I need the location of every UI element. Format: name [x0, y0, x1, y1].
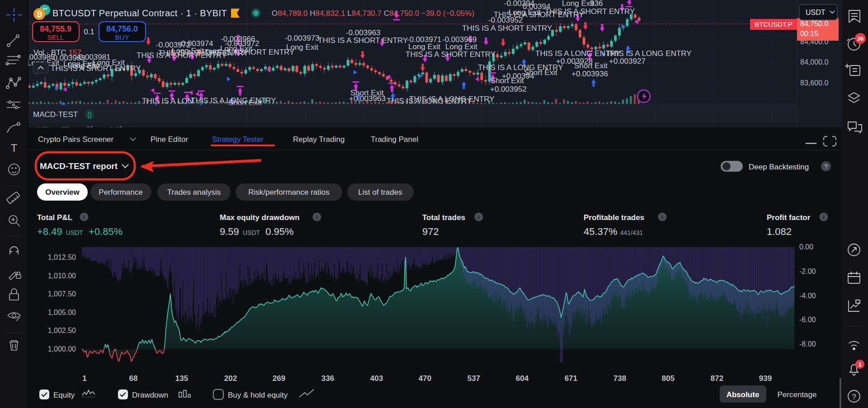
svg-text:SELL: SELL: [47, 33, 64, 41]
svg-text:68: 68: [129, 374, 138, 383]
svg-text:O84,789.0 H84,832.1 L84,730.: O84,789.0 H84,832.1 L84,730.7 C84,750.0 …: [272, 9, 474, 18]
svg-text:THIS IS A SHORT ENTRY: THIS IS A SHORT ENTRY: [204, 48, 294, 56]
svg-text:List of trades: List of trades: [358, 188, 402, 197]
svg-text:Max equity drawdown: Max equity drawdown: [220, 213, 300, 222]
svg-text:202: 202: [224, 374, 237, 383]
svg-text:i: i: [478, 214, 480, 220]
svg-text:805: 805: [662, 374, 675, 383]
svg-text:THIS IS A SHORT ENTRY: THIS IS A SHORT ENTRY: [462, 24, 552, 33]
svg-text:MACD-TEST: MACD-TEST: [33, 110, 78, 119]
svg-text:Crypto Pairs Screener: Crypto Pairs Screener: [38, 135, 114, 144]
svg-text:-2.00: -2.00: [799, 267, 816, 275]
svg-text:1.082: 1.082: [767, 226, 792, 237]
svg-text:-0.003963: -0.003963: [346, 28, 381, 37]
svg-text:₿: ₿: [36, 10, 42, 18]
svg-text:0.1: 0.1: [84, 28, 94, 36]
svg-text:Strategy Tester: Strategy Tester: [212, 135, 264, 144]
svg-text:Trades analysis: Trades analysis: [167, 188, 221, 197]
svg-text:Long Exit: Long Exit: [562, 0, 594, 8]
svg-text:+0.003952: +0.003952: [490, 85, 527, 94]
svg-text:403: 403: [370, 374, 383, 383]
svg-text:00:15: 00:15: [800, 30, 818, 38]
svg-text:+0.003936: +0.003936: [571, 70, 608, 78]
svg-text:Profit factor: Profit factor: [767, 213, 811, 222]
svg-text:1,012.50: 1,012.50: [48, 253, 76, 261]
svg-text:Vol · BTC 157: Vol · BTC 157: [33, 48, 81, 57]
svg-text:Short Exit: Short Exit: [574, 61, 608, 70]
svg-text:135: 135: [175, 374, 188, 383]
svg-text:BTCUSDT.P: BTCUSDT.P: [755, 20, 792, 28]
svg-text:1,000.00: 1,000.00: [48, 345, 76, 353]
svg-text:336: 336: [321, 374, 334, 383]
svg-text:BUY: BUY: [115, 33, 129, 41]
svg-text:THIS IS A SHORT ENTRY: THIS IS A SHORT ENTRY: [406, 50, 495, 59]
svg-text:i: i: [661, 214, 663, 220]
svg-text:Risk/performance ratios: Risk/performance ratios: [248, 188, 330, 197]
svg-text:i: i: [316, 214, 318, 220]
svg-text:THIS IS A SHORT ENTRY: THIS IS A SHORT ENTRY: [318, 36, 408, 45]
svg-text:i: i: [83, 214, 85, 220]
svg-text:-8.00: -8.00: [799, 340, 816, 348]
svg-text:872: 872: [711, 374, 723, 383]
svg-text:1,005.00: 1,005.00: [48, 309, 76, 316]
svg-text:Profitable trades: Profitable trades: [584, 213, 644, 222]
svg-text:269: 269: [273, 374, 285, 383]
svg-text:?: ?: [852, 393, 856, 401]
svg-text:1,007.50: 1,007.50: [48, 290, 76, 298]
svg-text:Deep Backtesting: Deep Backtesting: [749, 163, 809, 171]
svg-text:Buy & hold equity: Buy & hold equity: [228, 391, 288, 399]
svg-text:-0.003973: -0.003973: [285, 34, 320, 42]
svg-text:Performance: Performance: [99, 188, 142, 197]
svg-text:1: 1: [858, 361, 861, 368]
svg-text:83,600.0: 83,600.0: [800, 79, 828, 87]
svg-text:0.00: 0.00: [799, 243, 813, 251]
svg-text:MACD-TEST report: MACD-TEST report: [40, 161, 118, 171]
svg-text:Absolute: Absolute: [726, 390, 760, 399]
svg-text:84,000.0: 84,000.0: [800, 58, 828, 66]
svg-text:?: ?: [824, 163, 828, 170]
svg-text:-4.00: -4.00: [799, 292, 816, 300]
svg-text:USDT: USDT: [806, 9, 826, 16]
svg-text:939: 939: [759, 374, 772, 383]
svg-text:i: i: [823, 214, 825, 220]
svg-text:Percentage: Percentage: [778, 390, 817, 399]
svg-text:{}: {}: [87, 111, 92, 118]
svg-text:+0.003927: +0.003927: [609, 57, 646, 66]
svg-text:Total trades: Total trades: [422, 213, 465, 222]
svg-text:537: 537: [467, 374, 480, 383]
svg-text:Short Exit: Short Exit: [350, 89, 384, 97]
svg-text:Replay Trading: Replay Trading: [293, 135, 344, 144]
svg-text:84,756.0: 84,756.0: [106, 24, 138, 33]
svg-text:Trading Panel: Trading Panel: [371, 135, 418, 144]
svg-text:738: 738: [613, 374, 626, 383]
svg-text:470: 470: [419, 374, 431, 383]
svg-text:Equity: Equity: [53, 391, 75, 399]
svg-text:Total P&L: Total P&L: [37, 213, 72, 222]
svg-text:Long Exit: Long Exit: [286, 43, 318, 52]
svg-text:THIS IS A LON: THIS IS A LON: [142, 97, 193, 105]
svg-text:84,750.0: 84,750.0: [800, 20, 828, 28]
svg-text:1,010.00: 1,010.00: [48, 272, 76, 280]
svg-text:Pine Editor: Pine Editor: [151, 135, 188, 144]
svg-text:604: 604: [516, 374, 529, 383]
svg-text:936: 936: [590, 0, 603, 8]
svg-text:Drawdown: Drawdown: [132, 391, 168, 399]
svg-text:BTCUSDT Perpetual Contract · 1: BTCUSDT Perpetual Contract · 1 · BYBIT: [52, 8, 227, 18]
svg-text:972: 972: [422, 226, 439, 237]
svg-text:1: 1: [82, 374, 86, 383]
svg-text:THIS IS A SHORT ENTRY: THIS IS A SHORT ENTRY: [545, 7, 635, 16]
svg-text:671: 671: [565, 374, 577, 383]
svg-text:-6.00: -6.00: [799, 316, 816, 324]
svg-text:Overview: Overview: [45, 188, 80, 197]
svg-text:36: 36: [857, 35, 863, 42]
svg-text:Long Exit: Long Exit: [68, 61, 100, 70]
svg-text:84,755.9: 84,755.9: [40, 24, 71, 33]
svg-text:1,002.50: 1,002.50: [48, 327, 76, 334]
svg-text:THIS IS A LONG ENTRY: THIS IS A LONG ENTRY: [387, 97, 472, 105]
svg-text:+0.00394: +0.00394: [502, 72, 534, 80]
svg-text:T: T: [11, 142, 18, 154]
